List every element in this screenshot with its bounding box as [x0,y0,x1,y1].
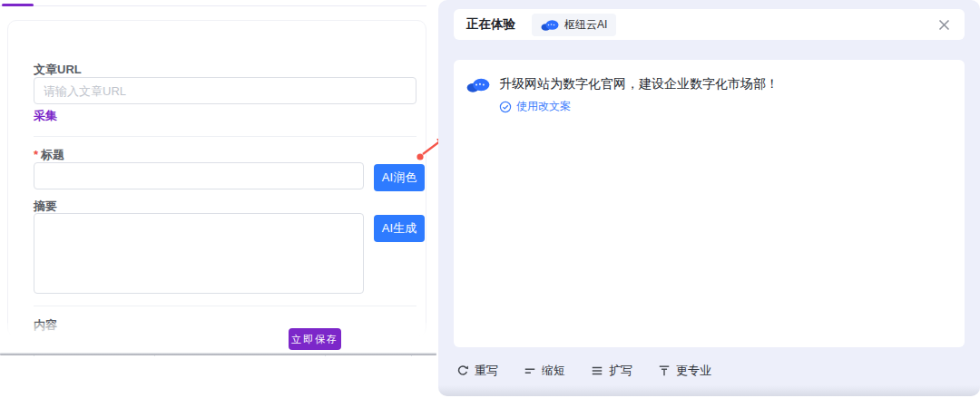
title-label-text: 标题 [41,148,64,161]
required-asterisk: * [34,148,38,161]
shorten-label: 缩短 [542,363,565,379]
expand-button[interactable]: 扩写 [591,363,632,379]
expand-lines-icon [591,364,603,377]
panel-bottom-shadow [438,385,980,396]
ai-polish-button[interactable]: AI润色 [374,164,425,191]
article-editor-panel: 文章URL 采集 *标题 AI润色 摘要 AI生成 内容 立即保存 [0,0,438,398]
cloud-icon [466,77,490,92]
rewrite-label: 重写 [475,363,498,379]
cloud-icon [541,19,559,31]
ai-message-text: 升级网站为数字化官网，建设企业数字化市场部！ [499,74,779,93]
title-input[interactable] [34,162,364,189]
trial-status-text: 正在体验 [466,16,515,33]
form-footer: 立即保存 [0,323,438,353]
ai-message-card: 升级网站为数字化官网，建设企业数字化市场部！ 使用改文案 [454,60,965,347]
url-input[interactable] [34,77,416,104]
professional-label: 更专业 [676,363,711,379]
shorten-lines-icon [524,364,536,377]
divider [34,306,416,306]
use-copy-label: 使用改文案 [516,99,571,114]
ai-assistant-panel: 正在体验 枢纽云AI [438,0,980,396]
expand-label: 扩写 [609,363,632,379]
ai-message-body: 升级网站为数字化官网，建设企业数字化市场部！ 使用改文案 [499,74,779,117]
ai-generate-button[interactable]: AI生成 [374,215,425,242]
refresh-icon [456,364,469,377]
tab-bar-underline [0,5,426,6]
summary-textarea[interactable] [34,213,364,294]
brand-name: 枢纽云AI [564,17,607,33]
check-circle-icon [499,101,512,113]
scrollbar-track[interactable] [0,353,436,355]
article-form-card: 文章URL 采集 *标题 AI润色 摘要 AI生成 内容 [7,20,426,337]
use-copy-action[interactable]: 使用改文案 [499,99,571,114]
text-tone-icon [658,364,671,377]
close-icon[interactable] [936,16,952,33]
save-button[interactable]: 立即保存 [289,328,341,350]
brand-badge[interactable]: 枢纽云AI [532,14,616,36]
professional-button[interactable]: 更专业 [658,363,711,379]
url-field-label: 文章URL [34,62,82,78]
ai-panel-header: 正在体验 枢纽云AI [454,9,965,40]
ai-message: 升级网站为数字化官网，建设企业数字化市场部！ 使用改文案 [466,74,952,117]
ai-toolbar: 重写 缩短 扩写 [456,360,711,382]
rewrite-button[interactable]: 重写 [456,363,498,379]
active-tab-indicator[interactable] [2,4,34,6]
divider [34,136,416,137]
title-field-label: *标题 [34,147,64,163]
app-window: 文章URL 采集 *标题 AI润色 摘要 AI生成 内容 立即保存 [0,0,980,398]
collect-link[interactable]: 采集 [34,108,57,124]
shorten-button[interactable]: 缩短 [524,363,565,379]
